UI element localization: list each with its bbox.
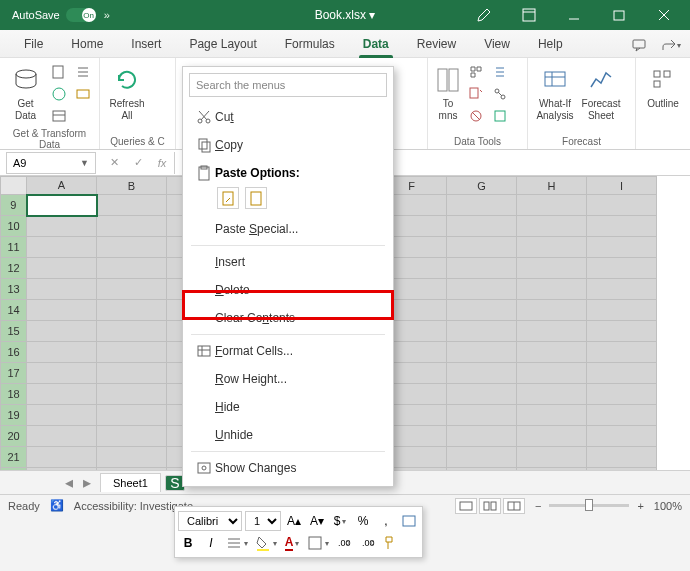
comma-style-button[interactable]: , <box>376 511 396 531</box>
select-all-corner[interactable] <box>1 177 27 195</box>
cell[interactable] <box>447 279 517 300</box>
row-header[interactable]: 20 <box>1 426 27 447</box>
font-color-button[interactable]: A▾ <box>282 533 302 553</box>
row-header[interactable]: 18 <box>1 384 27 405</box>
context-cut[interactable]: Cut <box>183 103 393 131</box>
zoom-in-button[interactable]: + <box>637 500 643 512</box>
forecast-button[interactable]: Forecast Sheet <box>580 62 622 124</box>
paste-default-icon[interactable] <box>217 187 239 209</box>
cell[interactable] <box>97 258 167 279</box>
view-normal-icon[interactable] <box>455 498 477 514</box>
cell[interactable] <box>447 447 517 468</box>
cell[interactable] <box>587 342 657 363</box>
cell[interactable] <box>517 321 587 342</box>
row-header[interactable]: 15 <box>1 321 27 342</box>
row-header[interactable]: 12 <box>1 258 27 279</box>
cell[interactable] <box>587 426 657 447</box>
cell[interactable] <box>97 321 167 342</box>
cell[interactable] <box>447 426 517 447</box>
context-clear-contents[interactable]: Clear Contents <box>183 304 393 332</box>
cell[interactable] <box>517 258 587 279</box>
autosave-control[interactable]: AutoSave On <box>4 8 96 22</box>
row-header[interactable]: 14 <box>1 300 27 321</box>
cell[interactable] <box>27 363 97 384</box>
cell[interactable] <box>97 426 167 447</box>
cell[interactable] <box>27 405 97 426</box>
recent-sources-icon[interactable] <box>73 62 93 82</box>
from-web-icon[interactable] <box>49 84 69 104</box>
cell[interactable] <box>447 216 517 237</box>
sheet-tab[interactable]: Sheet1 <box>100 473 161 492</box>
cell[interactable] <box>27 342 97 363</box>
refresh-all-button[interactable]: Refresh All <box>106 62 148 124</box>
cell[interactable] <box>587 447 657 468</box>
cell[interactable] <box>517 384 587 405</box>
cell[interactable] <box>27 447 97 468</box>
cell[interactable] <box>517 279 587 300</box>
zoom-out-button[interactable]: − <box>535 500 541 512</box>
cell[interactable] <box>97 195 167 216</box>
row-header[interactable]: 11 <box>1 237 27 258</box>
cell[interactable] <box>517 195 587 216</box>
text-to-columns-button[interactable]: To mns <box>434 62 462 124</box>
name-box[interactable]: A9 ▼ <box>6 152 96 174</box>
cell[interactable] <box>517 300 587 321</box>
tab-file[interactable]: File <box>10 31 57 57</box>
cell[interactable] <box>27 468 97 471</box>
font-size-select[interactable]: 11 <box>245 511 281 531</box>
name-box-dropdown-icon[interactable]: ▼ <box>80 158 89 168</box>
cell[interactable] <box>27 237 97 258</box>
cell[interactable] <box>517 426 587 447</box>
decrease-decimal-button[interactable]: .00 <box>334 533 354 553</box>
percent-button[interactable]: % <box>353 511 373 531</box>
cell[interactable] <box>517 405 587 426</box>
context-copy[interactable]: Copy <box>183 131 393 159</box>
cell[interactable] <box>447 468 517 471</box>
context-row-height[interactable]: Row Height... <box>183 365 393 393</box>
row-header[interactable]: 10 <box>1 216 27 237</box>
cancel-icon[interactable]: ✕ <box>102 152 126 174</box>
close-button[interactable] <box>641 0 686 30</box>
cell[interactable] <box>27 216 97 237</box>
row-header[interactable]: 17 <box>1 363 27 384</box>
italic-button[interactable]: I <box>201 533 221 553</box>
context-format-cells[interactable]: Format Cells... <box>183 337 393 365</box>
cell[interactable] <box>447 300 517 321</box>
cell[interactable] <box>587 468 657 471</box>
cell[interactable] <box>447 321 517 342</box>
tab-data[interactable]: Data <box>349 31 403 57</box>
tab-view[interactable]: View <box>470 31 524 57</box>
document-title[interactable]: Book.xlsx ▾ <box>315 8 376 22</box>
accessibility-icon[interactable]: ♿ <box>50 499 64 512</box>
cell[interactable] <box>587 300 657 321</box>
share-icon[interactable]: ▾ <box>656 33 686 57</box>
cell[interactable] <box>587 237 657 258</box>
maximize-button[interactable] <box>596 0 641 30</box>
fx-icon[interactable]: fx <box>150 152 174 174</box>
consolidate-icon[interactable] <box>490 62 510 82</box>
cell[interactable] <box>587 321 657 342</box>
borders-button[interactable]: ▾ <box>305 533 331 553</box>
minimize-button[interactable] <box>551 0 596 30</box>
align-button[interactable]: ▾ <box>224 533 250 553</box>
get-data-button[interactable]: Get Data <box>6 62 45 124</box>
cell[interactable] <box>97 300 167 321</box>
relationships-icon[interactable] <box>490 84 510 104</box>
increase-decimal-button[interactable]: .00 <box>357 533 377 553</box>
context-show-changes[interactable]: Show Changes <box>183 454 393 482</box>
cell[interactable] <box>587 279 657 300</box>
cell[interactable] <box>447 258 517 279</box>
zoom-level[interactable]: 100% <box>654 500 682 512</box>
cell[interactable] <box>447 342 517 363</box>
context-unhide[interactable]: Unhide <box>183 421 393 449</box>
cell[interactable] <box>517 216 587 237</box>
cell[interactable] <box>27 195 97 216</box>
cell[interactable] <box>97 447 167 468</box>
col-header[interactable]: B <box>97 177 167 195</box>
row-header[interactable]: 22 <box>1 468 27 471</box>
qat-expand[interactable]: » <box>104 9 110 21</box>
cell[interactable] <box>447 237 517 258</box>
cell[interactable] <box>517 237 587 258</box>
cell[interactable] <box>97 279 167 300</box>
cell[interactable] <box>27 426 97 447</box>
